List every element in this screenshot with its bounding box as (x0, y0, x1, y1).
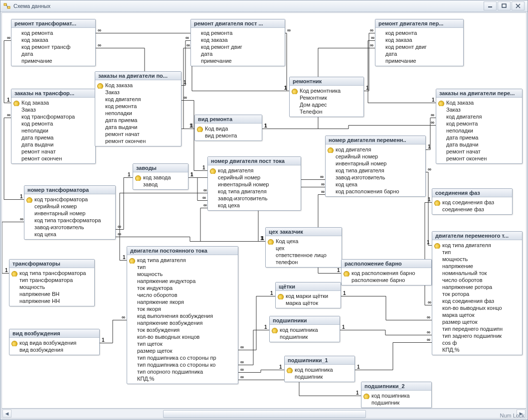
table-field[interactable]: напряжение возбуждения (127, 319, 238, 326)
table-field[interactable]: код типа двигателя (127, 257, 238, 264)
table-field[interactable]: код цеха (24, 231, 115, 238)
table-field[interactable]: примечание (375, 57, 463, 64)
table-t13[interactable]: соединения фазкод соединения фазсоединен… (432, 188, 513, 215)
table-field[interactable]: напряжение ВН (9, 290, 94, 297)
table-header[interactable]: подшипники_1 (285, 356, 354, 365)
table-t17[interactable]: двигатели постоянного токакод типа двига… (127, 246, 238, 384)
table-field[interactable]: код пошипника (361, 392, 431, 399)
table-t3[interactable]: ремонт двигателя пер...код ремонтакод за… (375, 19, 464, 66)
table-field[interactable]: код двигателя (208, 167, 301, 174)
table-field[interactable]: Код заказа (11, 99, 95, 106)
table-t20[interactable]: вид возбуждениякод вида возбуждениявид в… (9, 329, 100, 355)
table-field[interactable]: число оборотов (432, 277, 522, 283)
table-field[interactable]: дата приема (95, 117, 181, 124)
table-header[interactable]: цех заказчик (266, 228, 342, 236)
table-field[interactable]: неполадки (95, 110, 181, 117)
table-field[interactable]: примечание (191, 57, 285, 64)
table-field[interactable]: код пошипника (285, 366, 354, 373)
table-field[interactable]: ремонт начат (95, 131, 181, 138)
table-field[interactable]: код ремонт двиг (375, 43, 463, 50)
table-field[interactable]: код типа трансформатора (9, 270, 94, 277)
table-field[interactable]: инвентарный номер (24, 210, 115, 217)
table-field[interactable]: цех (266, 245, 342, 252)
table-field[interactable]: серийный номер (208, 174, 301, 181)
table-field[interactable]: ремонт начат (11, 148, 95, 155)
table-field[interactable]: Код ремонтника (290, 87, 363, 94)
table-field[interactable]: cos ф (432, 339, 522, 346)
table-field[interactable]: код расположения барно (342, 270, 431, 277)
close-button[interactable] (512, 1, 525, 10)
table-t4[interactable]: заказы на трансфор...Код заказаЗаказкод … (11, 89, 96, 164)
table-header[interactable]: номер тансформатора (24, 186, 115, 194)
table-header[interactable]: ремонт двигателя пост ... (191, 19, 285, 28)
table-header[interactable]: двигатели постоянного тока (127, 247, 238, 255)
scroll-track[interactable] (12, 410, 516, 417)
table-field[interactable]: завод (133, 181, 188, 188)
table-field[interactable]: дата выдачи (95, 124, 181, 131)
table-field[interactable]: подшипник (285, 373, 354, 380)
table-t9[interactable]: номер двигателя переменн..код двигателяс… (325, 136, 426, 197)
table-header[interactable]: расположение барно (342, 260, 431, 268)
table-field[interactable]: мощность (9, 283, 94, 290)
table-header[interactable]: заводы (133, 164, 188, 172)
table-t6[interactable]: ремонтникКод ремонтникаРемонтникДом адре… (289, 77, 364, 117)
table-field[interactable]: тип (432, 249, 522, 256)
table-field[interactable]: номинальный ток (432, 270, 522, 277)
table-field[interactable]: тип трансформатора (9, 277, 94, 283)
table-header[interactable]: подшипники (270, 316, 340, 325)
table-field[interactable]: размер щеток (432, 318, 522, 325)
table-field[interactable]: расположение барно (342, 277, 431, 283)
table-field[interactable]: дата (11, 50, 95, 57)
table-t22[interactable]: подшипники_1код пошипникаподшипник (284, 356, 355, 382)
table-field[interactable]: код трансформатора (11, 113, 95, 120)
table-t5[interactable]: заказы на двигатели по...Код заказаЗаказ… (95, 71, 181, 146)
table-t21[interactable]: подшипникикод пошипникаподшипник (269, 316, 340, 342)
table-field[interactable]: дата (375, 50, 463, 57)
table-field[interactable]: неполадки (11, 127, 95, 134)
scroll-left-button[interactable]: ◄ (2, 410, 11, 418)
table-field[interactable]: ток ротора (432, 290, 522, 297)
table-field[interactable]: код соединения фаз (432, 297, 522, 304)
table-field[interactable]: тип щеток (127, 340, 238, 347)
table-t8[interactable]: вид ремонтаКод видавид ремонта (194, 115, 262, 141)
table-field[interactable]: дата (191, 50, 285, 57)
table-field[interactable]: код вида возбуждения (9, 339, 99, 346)
table-header[interactable]: вид возбуждения (9, 329, 99, 338)
table-field[interactable]: код двигателя (326, 146, 425, 153)
table-header[interactable]: заказы на двигатели пере... (436, 89, 522, 98)
table-header[interactable]: номер двигателя пост тока (208, 157, 301, 165)
table-field[interactable]: код завода (133, 174, 188, 181)
table-header[interactable]: ремонт двигателя пер... (375, 19, 463, 28)
table-field[interactable]: код заказа (191, 36, 285, 43)
table-field[interactable]: тип переднего подшипн (432, 325, 522, 332)
table-t18[interactable]: расположение барнокод расположения барно… (341, 259, 432, 285)
table-field[interactable]: телефон (266, 259, 342, 266)
diagram-canvas[interactable]: 1∞1∞1∞1∞1∞1∞1∞1∞1∞1∞1∞1∞1∞1∞1∞1∞1∞1∞1∞1∞… (1, 12, 527, 409)
table-field[interactable]: завод-изготовитель (326, 174, 425, 181)
table-header[interactable]: двигатели переменного т... (432, 232, 522, 240)
table-field[interactable]: подшипник (270, 333, 340, 340)
table-field[interactable]: код ремонта (436, 120, 522, 127)
table-field[interactable]: примечание (11, 57, 95, 64)
table-header[interactable]: вид ремонта (195, 115, 262, 124)
table-field[interactable]: серийный номер (24, 203, 115, 210)
table-t1[interactable]: ремонт трансформат...код ремонтакод зака… (11, 19, 96, 66)
table-field[interactable]: код трансформатора (24, 196, 115, 203)
table-field[interactable]: кол-во выводных концов (127, 333, 238, 340)
table-field[interactable]: дата выдачи (436, 141, 522, 148)
table-field[interactable]: инвентарный номер (326, 160, 425, 167)
table-t16[interactable]: трансформаторыкод типа трансформаторатип… (9, 259, 95, 306)
table-field[interactable]: код ремонта (11, 120, 95, 127)
table-field[interactable]: серийный номер (326, 153, 425, 160)
table-t7[interactable]: заказы на двигатели пере...Код заказаЗак… (436, 89, 523, 164)
table-field[interactable]: соединение фаз (432, 206, 512, 213)
table-field[interactable]: напряжение (432, 263, 522, 270)
table-field[interactable]: код пошипника (270, 326, 340, 333)
table-t2[interactable]: ремонт двигателя пост ...код ремонтакод … (190, 19, 285, 66)
table-field[interactable]: напряжение индуктора (127, 278, 238, 284)
table-field[interactable]: код заказа (375, 36, 463, 43)
table-field[interactable]: код типа двигателя (326, 167, 425, 174)
table-header[interactable]: трансформаторы (9, 260, 94, 268)
titlebar[interactable]: Схема данных (0, 0, 528, 12)
table-header[interactable]: щётки (276, 282, 341, 291)
